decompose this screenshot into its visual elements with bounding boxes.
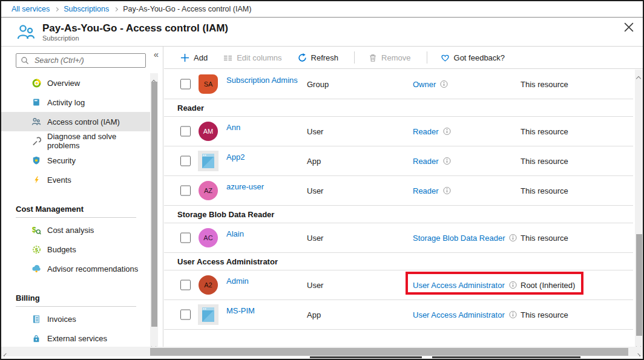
principal-name-link[interactable]: MS-PIM (226, 306, 255, 315)
horizontal-scrollbar[interactable] (1, 347, 643, 356)
row-checkbox[interactable] (180, 280, 191, 290)
horizontal-scrollbar-thumb[interactable] (150, 348, 628, 356)
app-icon (198, 151, 218, 171)
app-icon (198, 304, 218, 325)
role-link[interactable]: User Access Administrator (413, 281, 505, 290)
sidebar-item-cost-analysis[interactable]: $Cost analysis (1, 220, 151, 240)
breadcrumb-separator-icon (54, 7, 59, 11)
avatar: SA (199, 74, 218, 94)
toolbar-button-label: Refresh (311, 53, 339, 62)
role-group-label: User Access Administrator (177, 257, 278, 266)
main-scrollbar-thumb[interactable] (636, 234, 642, 336)
sidebar-item-budgets[interactable]: $Budgets (1, 240, 151, 259)
svg-text:$: $ (34, 246, 38, 252)
role-cell: User Access Administrator (413, 310, 517, 319)
info-icon[interactable] (509, 311, 517, 319)
role-link[interactable]: Reader (413, 186, 439, 195)
table-row: MS-PIMAppUser Access AdministratorThis r… (164, 300, 633, 330)
row-checkbox[interactable] (180, 233, 191, 243)
row-checkbox[interactable] (180, 186, 191, 196)
principal-name-link[interactable]: azure-user (226, 182, 264, 191)
search-input[interactable] (33, 56, 141, 65)
role-link[interactable]: Reader (413, 157, 439, 166)
breadcrumb: All servicesSubscriptionsPay-As-You-Go -… (1, 1, 643, 18)
info-icon[interactable] (509, 281, 517, 289)
toolbar-button-label: Got feedback? (454, 53, 505, 62)
collapse-sidebar-icon[interactable]: « (154, 50, 159, 59)
role-cell: Owner (413, 80, 448, 89)
add-icon (180, 53, 189, 62)
role-link[interactable]: Owner (413, 80, 436, 89)
overview-icon (31, 78, 41, 88)
close-icon[interactable] (624, 22, 636, 34)
external-services-icon (31, 333, 41, 343)
sidebar-item-overview[interactable]: Overview (1, 73, 151, 93)
principal-name-link[interactable]: Admin (226, 277, 249, 286)
info-icon[interactable] (443, 187, 451, 195)
toolbar-divider (354, 51, 355, 64)
breadcrumb-item-0[interactable]: All services (12, 5, 50, 13)
role-cell: Reader (413, 186, 451, 195)
scope-value: Root (Inherited) (521, 281, 575, 290)
info-icon[interactable] (440, 80, 448, 88)
principal-name-link[interactable]: Alain (226, 229, 244, 238)
row-checkbox[interactable] (180, 126, 191, 137)
sidebar-item-activity-log[interactable]: Activity log (1, 93, 151, 112)
security-icon (31, 155, 41, 165)
remove-button[interactable]: Remove (368, 53, 410, 62)
toolbar: AddEdit columnsRefreshRemoveGot feedback… (164, 47, 643, 69)
principal-name-link[interactable]: App2 (226, 152, 245, 162)
principal-name-link[interactable]: Subscription Admins (226, 76, 298, 85)
info-icon[interactable] (443, 157, 451, 165)
table-row: App2AppReaderThis resource (164, 146, 633, 176)
role-assignments-table: SASubscription AdminsGroupOwnerThis reso… (164, 70, 633, 347)
sidebar-item-external-services[interactable]: External services (1, 329, 151, 347)
sidebar-item-diagnose-and-solve-problems[interactable]: Diagnose and solve problems (1, 131, 151, 151)
role-link[interactable]: User Access Administrator (413, 310, 505, 319)
sidebar: « OverviewActivity logAccess control (IA… (1, 47, 163, 347)
sidebar-item-invoices[interactable]: Invoices (1, 309, 151, 329)
sidebar-item-security[interactable]: Security (1, 151, 151, 170)
toolbar-button-label: Remove (381, 53, 410, 62)
table-row: A2AdminUserUser Access AdministratorRoot… (164, 270, 633, 300)
got-feedback-button[interactable]: Got feedback? (441, 53, 505, 62)
sidebar-search (16, 53, 146, 68)
sidebar-item-events[interactable]: Events (1, 170, 151, 189)
sidebar-item-advisor-recommendations[interactable]: Advisor recommendations (1, 259, 151, 278)
sidebar-item-label: Overview (47, 79, 80, 88)
scope-value: This resource (521, 234, 568, 243)
main-scrollbar[interactable] (635, 70, 643, 347)
principal-name-link[interactable]: Ann (226, 123, 240, 132)
role-link[interactable]: Storage Blob Data Reader (413, 234, 505, 243)
invoices-icon (31, 314, 41, 324)
refresh-button[interactable]: Refresh (298, 53, 339, 62)
sidebar-scrollbar-thumb[interactable] (151, 82, 157, 327)
sidebar-item-access-control-iam[interactable]: Access control (IAM) (1, 112, 151, 131)
toolbar-button-label: Edit columns (237, 53, 281, 62)
trash-icon (368, 53, 377, 62)
row-checkbox[interactable] (180, 310, 191, 320)
search-icon (21, 56, 29, 65)
role-group-header: Reader (164, 99, 633, 117)
role-group-header: User Access Administrator (164, 253, 633, 270)
sidebar-item-label: Diagnose and solve problems (47, 132, 151, 150)
breadcrumb-item-1[interactable]: Subscriptions (64, 5, 109, 13)
row-checkbox[interactable] (180, 79, 191, 90)
scope-value: This resource (521, 186, 568, 195)
table-row: AZazure-userUserReaderThis resource (164, 176, 633, 206)
role-cell: Reader (413, 157, 451, 166)
info-icon[interactable] (443, 128, 451, 136)
advisor-icon (31, 264, 41, 273)
edit-columns-button[interactable]: Edit columns (223, 53, 281, 62)
add-button[interactable]: Add (180, 53, 208, 62)
principal-type: App (307, 310, 321, 319)
sidebar-scrollbar[interactable] (150, 73, 158, 347)
row-checkbox[interactable] (180, 156, 191, 166)
nav-section-divider (16, 306, 136, 307)
role-link[interactable]: Reader (413, 127, 439, 136)
avatar: AM (199, 122, 218, 141)
info-icon[interactable] (509, 234, 517, 242)
nav-section-divider (16, 217, 136, 218)
principal-type: Group (307, 80, 329, 89)
role-group-label: Reader (177, 103, 204, 113)
